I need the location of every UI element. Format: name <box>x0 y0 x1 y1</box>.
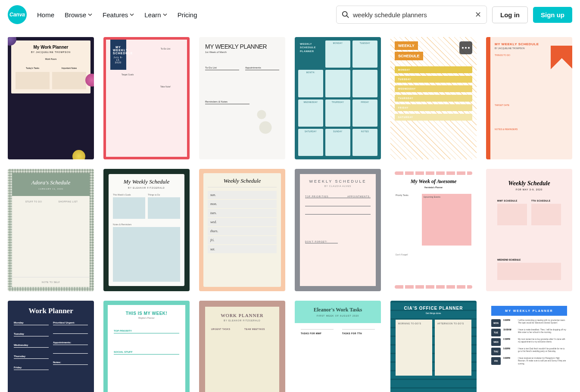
template-card[interactable]: My Week of Awesome Henrietta's Planner P… <box>390 169 477 291</box>
search-input[interactable] <box>349 11 475 19</box>
nav-home[interactable]: Home <box>37 11 54 19</box>
template-card[interactable]: Weekly Schedule sun. mon. tues. wed. thu… <box>199 169 285 291</box>
chevron-down-icon <box>163 12 167 17</box>
search-box[interactable]: ✕ <box>336 6 487 24</box>
template-card[interactable]: MY WEEKLY PLANNER MON3:00PMI will be con… <box>486 301 572 392</box>
template-card[interactable]: MY WEEKLY SCHEDULE BY JACQUELINE THOMPSO… <box>486 37 572 159</box>
template-card[interactable]: Weekly Schedule FOR MAY 3-9, 2020 MWF SC… <box>486 169 572 291</box>
chevron-down-icon <box>88 12 92 17</box>
login-button[interactable]: Log in <box>492 6 528 23</box>
nav-learn[interactable]: Learn <box>144 11 167 19</box>
chevron-down-icon <box>130 12 134 17</box>
clear-search-icon[interactable]: ✕ <box>475 10 481 19</box>
nav-pricing[interactable]: Pricing <box>178 11 197 19</box>
nav-features[interactable]: Features <box>103 11 134 19</box>
template-card[interactable]: MY WEEKLY SCHEDULEJuly 6-13, 2020 Target… <box>103 37 190 159</box>
svg-point-0 <box>343 12 347 16</box>
template-card[interactable]: WEEKLY SCHEDULE MONDAY TUESDAY WEDNESDAY… <box>390 37 477 159</box>
template-card[interactable]: CIA'S OFFICE PLANNER Get things done. MO… <box>390 301 477 392</box>
template-card[interactable]: My Weekly Schedule BY ELEANOR FITZGERALD… <box>103 169 190 291</box>
search-icon <box>342 11 349 19</box>
template-card[interactable]: WORK PLANNER BY ELEANOR FITZGERALD URGEN… <box>199 301 285 392</box>
main-header: Canva Home Browse Features Learn Pricing… <box>0 0 580 29</box>
template-card[interactable]: WEEKLY SCHEDULE PLANNER MONDAY TUESDAY M… <box>295 37 381 159</box>
template-card[interactable]: Adora's ScheduleJANUARY 15, 2020 STUFF T… <box>8 169 94 291</box>
template-card[interactable]: Eleanor's Work Tasks FIRST WEEK OF AUGUS… <box>295 301 381 392</box>
main-nav: Home Browse Features Learn Pricing <box>37 11 197 19</box>
template-card[interactable]: WEEKLY SCHEDULE BY CLAUDIA ALVES TOP PRI… <box>295 169 381 291</box>
template-card[interactable]: THIS IS MY WEEK! Brigitte's Planner TOP … <box>103 301 190 392</box>
nav-browse[interactable]: Browse <box>65 11 92 19</box>
canva-logo[interactable]: Canva <box>8 5 27 24</box>
template-card[interactable]: Work Planner Monday Tuesday Wednesday Th… <box>8 301 94 392</box>
template-card[interactable]: MY WEEKLY PLANNER 1st Week of March To-D… <box>199 37 285 159</box>
signup-button[interactable]: Sign up <box>533 7 572 23</box>
template-card[interactable]: My Work Planner BY JACQUELINE THOMPSON W… <box>8 37 94 159</box>
template-grid: My Work Planner BY JACQUELINE THOMPSON W… <box>0 29 580 392</box>
